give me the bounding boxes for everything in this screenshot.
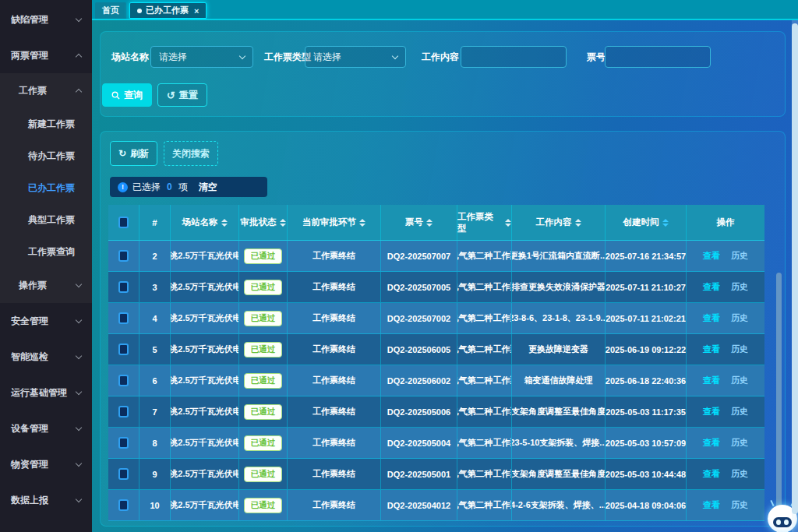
row-index-cell: 7: [139, 396, 171, 427]
sidebar-item-智能巡检[interactable]: 智能巡检: [0, 339, 92, 375]
status-badge: 已通过: [244, 342, 283, 358]
ticket-no-input[interactable]: [613, 51, 702, 62]
table-row: 7临洮2.5万千瓦光伏电...已通过工作票终结DQ2-202505006电气第二…: [108, 396, 764, 428]
table-row: 10临洮2.5万千瓦光伏电...已通过工作票终结DQ2-202504012电气第…: [108, 490, 764, 521]
history-link[interactable]: 历史: [731, 281, 748, 293]
sidebar-item-label: 物资管理: [11, 458, 48, 471]
tab-label: 已办工作票: [146, 5, 189, 16]
status-badge: 已通过: [244, 498, 283, 513]
history-link[interactable]: 历史: [731, 437, 748, 449]
ticket-no-cell: DQ2-202505001: [381, 459, 457, 489]
search-icon: [111, 91, 120, 100]
row-checkbox[interactable]: [118, 499, 129, 511]
sidebar-item-两票管理[interactable]: 两票管理: [0, 37, 92, 73]
table-vertical-scrollbar-thumb[interactable]: [776, 273, 782, 514]
history-link[interactable]: 历史: [731, 312, 748, 324]
sidebar-item-label: 缺陷管理: [11, 13, 48, 26]
station-name-select[interactable]: 请选择: [150, 46, 253, 68]
sidebar-item-典型工作票[interactable]: 典型工作票: [0, 204, 92, 236]
sidebar-item-运行基础管理[interactable]: 运行基础管理: [0, 375, 92, 410]
sidebar-item-物资管理[interactable]: 物资管理: [0, 446, 92, 482]
history-link[interactable]: 历史: [731, 375, 748, 386]
select-all-header-cell[interactable]: [108, 205, 139, 240]
column-header-审批状态[interactable]: 审批状态: [239, 205, 288, 240]
sidebar-item-缺陷管理[interactable]: 缺陷管理: [0, 2, 92, 37]
row-checkbox-cell: [108, 396, 139, 427]
work-content-cell: 更换故障逆变器: [512, 334, 606, 365]
row-checkbox[interactable]: [118, 375, 129, 386]
column-header-当前审批环节[interactable]: 当前审批环节: [288, 205, 381, 240]
view-link[interactable]: 查看: [703, 499, 720, 511]
ticket-type-select[interactable]: 请选择: [305, 46, 406, 68]
history-link[interactable]: 历史: [731, 499, 748, 511]
chevron-up-icon: [76, 53, 82, 59]
view-link[interactable]: 查看: [703, 281, 720, 293]
row-checkbox[interactable]: [118, 406, 129, 417]
robot-antenna: [770, 500, 774, 506]
ticket-no-input-wrap: [605, 46, 711, 68]
view-link[interactable]: 查看: [703, 312, 720, 324]
view-link[interactable]: 查看: [703, 344, 720, 355]
station-name-cell: 临洮2.5万千瓦光伏电...: [171, 396, 239, 427]
row-checkbox[interactable]: [118, 468, 129, 480]
row-checkbox[interactable]: [118, 312, 129, 324]
column-header-场站名称[interactable]: 场站名称: [171, 205, 239, 240]
clear-selection-link[interactable]: 清空: [199, 181, 217, 194]
column-header-创建时间[interactable]: 创建时间: [606, 205, 687, 240]
page-scrollbar[interactable]: [792, 20, 798, 532]
history-link[interactable]: 历史: [731, 406, 748, 417]
view-link[interactable]: 查看: [703, 437, 720, 449]
query-button[interactable]: 查询: [102, 83, 152, 107]
row-checkbox[interactable]: [118, 344, 129, 355]
sort-icon: [359, 219, 365, 227]
sidebar-item-待办工作票[interactable]: 待办工作票: [0, 140, 92, 172]
ticket-no-cell: DQ2-202505004: [381, 428, 457, 458]
reset-button[interactable]: ↺ 重置: [157, 83, 207, 107]
actions-cell: 查看历史: [687, 459, 764, 489]
sidebar-item-数据上报[interactable]: 数据上报: [0, 482, 92, 518]
page-scrollbar-thumb[interactable]: [792, 23, 798, 514]
ticket-no-cell: DQ2-202504012: [381, 490, 457, 520]
approval-status-cell: 已通过: [239, 365, 288, 396]
row-checkbox[interactable]: [118, 281, 129, 293]
sidebar-item-已办工作票[interactable]: 已办工作票: [0, 172, 92, 204]
column-header-工作票类型[interactable]: 工作票类型: [457, 205, 512, 240]
refresh-button[interactable]: ↻ 刷新: [110, 141, 157, 166]
sidebar-item-工作票查询[interactable]: 工作票查询: [0, 236, 92, 268]
sidebar-item-新建工作票[interactable]: 新建工作票: [0, 108, 92, 140]
sidebar-item-label: 安全管理: [11, 315, 48, 328]
view-link[interactable]: 查看: [703, 406, 720, 417]
column-label: #: [152, 218, 157, 227]
history-link[interactable]: 历史: [731, 344, 748, 355]
view-link[interactable]: 查看: [703, 468, 720, 480]
select-value: 请选择: [313, 51, 341, 64]
ticket-no-cell: DQ2-202505006: [381, 396, 457, 427]
chevron-down-icon: [76, 424, 82, 430]
sidebar-item-工作票[interactable]: 工作票: [0, 73, 92, 108]
row-checkbox[interactable]: [118, 437, 129, 449]
approval-step-cell: 工作票终结: [288, 459, 381, 489]
tab-home[interactable]: 首页: [95, 2, 126, 19]
actions-cell: 查看历史: [687, 396, 764, 427]
ticket-type-cell: 电气第二种工作票: [457, 490, 512, 520]
sidebar-item-安全管理[interactable]: 安全管理: [0, 303, 92, 339]
selection-prefix: 已选择: [132, 181, 161, 194]
history-link[interactable]: 历史: [731, 468, 748, 480]
close-search-button[interactable]: 关闭搜索: [164, 141, 218, 166]
row-index-cell: 8: [139, 428, 171, 458]
select-all-checkbox[interactable]: [118, 217, 129, 228]
select-value: 请选择: [159, 51, 187, 64]
column-header-票号[interactable]: 票号: [381, 205, 457, 240]
column-header-工作内容[interactable]: 工作内容: [512, 205, 606, 240]
close-tab-icon[interactable]: ×: [194, 6, 199, 16]
work-content-input[interactable]: [469, 51, 558, 62]
tab-done-work-tickets[interactable]: 已办工作票 ×: [129, 2, 207, 19]
view-link[interactable]: 查看: [703, 375, 720, 386]
view-link[interactable]: 查看: [703, 250, 720, 262]
station-name-label: 场站名称: [111, 46, 149, 68]
sidebar-item-设备管理[interactable]: 设备管理: [0, 410, 92, 446]
row-checkbox[interactable]: [118, 250, 129, 262]
row-index-cell: 3: [139, 272, 171, 302]
sidebar-item-操作票[interactable]: 操作票: [0, 268, 92, 303]
history-link[interactable]: 历史: [731, 250, 748, 262]
